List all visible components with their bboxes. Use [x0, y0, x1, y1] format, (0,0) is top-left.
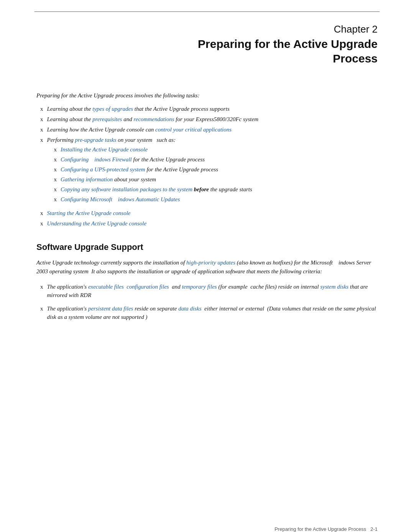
persistent-data-files-link[interactable]: persistent data files	[88, 305, 133, 312]
executable-files-link[interactable]: executable files configuration files	[88, 284, 169, 290]
prerequisites-link[interactable]: prerequisites	[92, 116, 122, 122]
section-item-1-content: The application's executable files confi…	[47, 282, 378, 300]
subtask-5-content: Copying any software installation packag…	[61, 186, 252, 193]
bullet-icon: x	[54, 146, 57, 153]
list-item: x Configuring a UPS-protected system for…	[54, 166, 252, 173]
gathering-information-link[interactable]: Gathering information	[61, 176, 113, 182]
list-item: x The application's persistent data file…	[40, 304, 378, 322]
list-item: x Understanding the Active Upgrade conso…	[40, 220, 378, 227]
task-4-content: Performing pre-upgrade tasks on your sys…	[47, 137, 252, 206]
data-disks-link[interactable]: data disks	[178, 305, 201, 312]
list-item: x Learning about the types of upgrades t…	[40, 106, 378, 112]
list-item: x Starting the Active Upgrade console	[40, 210, 378, 217]
list-item: x Learning about the prerequisites and r…	[40, 116, 378, 123]
list-item: x Installing the Active Upgrade console	[54, 146, 252, 153]
page-footer: Preparing for the Active Upgrade Process…	[274, 526, 378, 532]
list-item: x Configuring Microsoft indows Automatic…	[54, 196, 252, 203]
subtask-4-content: Gathering information about your system	[61, 176, 156, 183]
page-container: Chapter 2 Preparing for the Active Upgra…	[0, 11, 414, 532]
subtask-1-content: Installing the Active Upgrade console	[61, 146, 148, 153]
list-item: x Copying any software installation pack…	[54, 186, 252, 193]
list-item: x Learning how the Active Upgrade consol…	[40, 126, 378, 133]
bullet-icon: x	[54, 166, 57, 173]
bullet-icon: x	[54, 186, 57, 193]
section-list: x The application's executable files con…	[40, 282, 378, 322]
task-3-content: Learning how the Active Upgrade console …	[47, 126, 232, 133]
bullet-icon: x	[40, 210, 43, 217]
list-item: x Configuring indows Firewall for the Ac…	[54, 156, 252, 163]
section-heading: Software Upgrade Support	[36, 242, 378, 252]
bullet-icon: x	[40, 106, 43, 112]
bullet-icon: x	[40, 126, 43, 133]
list-item: x The application's executable files con…	[40, 282, 378, 300]
bullet-icon: x	[54, 196, 57, 203]
high-priority-updates-link[interactable]: high-priority updates	[186, 259, 235, 266]
intro-paragraph: Preparing for the Active Upgrade process…	[36, 92, 378, 99]
configuring-ups-link[interactable]: Configuring a UPS-protected system	[61, 166, 145, 172]
types-of-upgrades-link[interactable]: types of upgrades	[92, 106, 133, 112]
system-disks-link[interactable]: system disks	[320, 284, 348, 290]
temporary-files-link[interactable]: temporary files	[182, 284, 217, 290]
subtask-list: x Installing the Active Upgrade console …	[54, 146, 252, 203]
main-content: Preparing for the Active Upgrade process…	[0, 92, 414, 322]
footer-text: Preparing for the Active Upgrade Process	[274, 526, 366, 532]
control-critical-apps-link[interactable]: control your critical applications	[155, 126, 232, 133]
section-item-2-content: The application's persistent data files …	[47, 304, 378, 322]
subtask-2-content: Configuring indows Firewall for the Acti…	[61, 156, 205, 163]
list-item: x Performing pre-upgrade tasks on your s…	[40, 137, 378, 206]
task-6-content: Understanding the Active Upgrade console	[47, 220, 147, 227]
bullet-icon: x	[40, 137, 43, 143]
bullet-icon: x	[40, 116, 43, 123]
subtask-3-content: Configuring a UPS-protected system for t…	[61, 166, 218, 173]
bullet-icon: x	[40, 220, 43, 227]
chapter-title: Preparing for the Active UpgradeProcess	[0, 37, 378, 66]
task-2-content: Learning about the prerequisites and rec…	[47, 116, 258, 123]
chapter-header: Chapter 2 Preparing for the Active Upgra…	[0, 12, 414, 69]
installing-console-link[interactable]: Installing the Active Upgrade console	[61, 146, 148, 153]
copying-packages-link[interactable]: Copying any software installation packag…	[61, 186, 192, 192]
subtask-6-content: Configuring Microsoft indows Automatic U…	[61, 196, 180, 203]
bullet-icon: x	[54, 176, 57, 183]
configuring-auto-updates-link[interactable]: Configuring Microsoft indows Automatic U…	[61, 196, 180, 202]
task-5-content: Starting the Active Upgrade console	[47, 210, 131, 217]
bullet-icon: x	[54, 156, 57, 163]
page-number: 2-1	[370, 526, 378, 532]
understanding-console-link[interactable]: Understanding the Active Upgrade console	[47, 220, 147, 227]
task-1-content: Learning about the types of upgrades tha…	[47, 106, 230, 112]
configuring-firewall-link[interactable]: Configuring indows Firewall	[61, 156, 132, 163]
task-list: x Learning about the types of upgrades t…	[40, 106, 378, 227]
section-intro-paragraph: Active Upgrade technology currently supp…	[36, 258, 378, 276]
list-item: x Gathering information about your syste…	[54, 176, 252, 183]
bullet-icon: x	[40, 304, 43, 313]
pre-upgrade-tasks-link[interactable]: pre-upgrade tasks	[75, 137, 116, 143]
chapter-label: Chapter 2	[0, 23, 378, 35]
recommendations-link[interactable]: recommendations	[133, 116, 174, 122]
bullet-icon: x	[40, 282, 43, 291]
starting-console-link[interactable]: Starting the Active Upgrade console	[47, 210, 131, 216]
